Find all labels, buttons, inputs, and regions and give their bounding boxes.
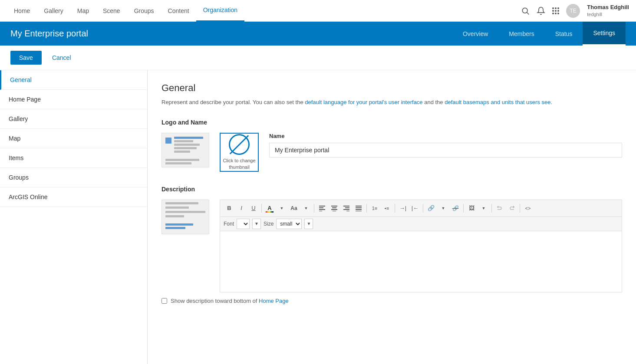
sep3 (366, 204, 367, 213)
top-nav: Home Gallery Map Scene Groups Content Or… (0, 0, 636, 22)
sep5 (423, 204, 423, 213)
thumbnail-text: Click to change thumbnail (221, 157, 258, 170)
tab-members[interactable]: Members (498, 22, 544, 46)
user-info: Thomas Edghill tedghill (587, 4, 629, 17)
toolbar-fontsize-dropdown[interactable]: ▼ (300, 203, 312, 214)
desc-preview (161, 200, 209, 234)
nav-map[interactable]: Map (70, 0, 96, 22)
apps-grid-icon[interactable] (552, 7, 559, 14)
tab-settings[interactable]: Settings (583, 22, 626, 46)
toolbar-align-right[interactable] (341, 203, 352, 214)
sidebar: General Home Page Gallery Map Items Grou… (0, 70, 148, 364)
toolbar-underline[interactable]: U (248, 203, 259, 214)
svg-rect-3 (319, 207, 323, 208)
logo-name-row: Click to change thumbnail Name (161, 133, 622, 172)
svg-rect-6 (331, 206, 337, 207)
font-dropdown-btn[interactable]: ▼ (252, 219, 261, 229)
sidebar-item-items[interactable]: Items (0, 148, 147, 168)
svg-rect-5 (319, 211, 322, 211)
toolbar-bold[interactable]: B (224, 203, 235, 214)
toolbar-align-justify[interactable] (353, 203, 364, 214)
nav-groups[interactable]: Groups (127, 0, 161, 22)
toolbar-unordered-list[interactable]: •≡ (381, 203, 392, 214)
svg-rect-17 (356, 211, 362, 211)
nav-gallery[interactable]: Gallery (37, 0, 70, 22)
svg-rect-16 (356, 209, 362, 210)
toolbar-undo[interactable] (494, 203, 505, 214)
name-section: Name (269, 133, 622, 157)
toolbar-redo[interactable] (506, 203, 517, 214)
toolbar-image-dropdown[interactable]: ▼ (478, 203, 489, 214)
toolbar-outdent[interactable]: |← (409, 203, 421, 214)
toolbar-italic[interactable]: I (236, 203, 247, 214)
nav-scene[interactable]: Scene (96, 0, 127, 22)
tab-overview[interactable]: Overview (452, 22, 498, 46)
sidebar-item-homepage[interactable]: Home Page (0, 90, 147, 109)
show-desc-label[interactable]: Show description toward bottom of Home P… (171, 298, 289, 304)
editor-toolbar: B I U A ▼ Aa ▼ (220, 200, 622, 217)
banner: My Enterprise portal Overview Members St… (0, 22, 636, 46)
description-title: Description (161, 186, 622, 193)
svg-rect-8 (331, 209, 337, 210)
home-page-link[interactable]: Home Page (259, 298, 289, 304)
rich-text-editor: B I U A ▼ Aa ▼ (220, 200, 622, 292)
toolbar-ordered-list[interactable]: 1≡ (369, 203, 380, 214)
svg-rect-10 (343, 206, 349, 207)
sep7 (491, 204, 492, 213)
user-sub: tedghill (587, 11, 629, 17)
cancel-button[interactable]: Cancel (47, 51, 76, 65)
editor-body[interactable] (220, 231, 622, 292)
size-select[interactable]: small (276, 219, 302, 229)
size-dropdown-btn[interactable]: ▼ (304, 219, 313, 229)
svg-rect-13 (346, 211, 349, 211)
tab-status[interactable]: Status (545, 22, 583, 46)
sidebar-item-groups[interactable]: Groups (0, 168, 147, 187)
avatar[interactable]: TE (566, 4, 580, 18)
svg-rect-9 (333, 211, 336, 211)
font-select[interactable] (237, 219, 250, 229)
name-input[interactable] (269, 143, 622, 157)
notification-icon[interactable] (537, 7, 545, 15)
nav-home[interactable]: Home (7, 0, 37, 22)
thumbnail-upload[interactable]: Click to change thumbnail (220, 133, 259, 172)
sep1 (261, 204, 262, 213)
action-bar: Save Cancel (0, 46, 636, 70)
user-name: Thomas Edghill (587, 4, 629, 11)
toolbar-font-color[interactable]: A (264, 203, 275, 214)
toolbar-source[interactable]: <> (522, 203, 534, 214)
toolbar-link-dropdown[interactable]: ▼ (438, 203, 449, 214)
sidebar-item-arcgisonline[interactable]: ArcGIS Online (0, 187, 147, 207)
svg-rect-2 (319, 206, 325, 207)
svg-line-1 (527, 12, 529, 14)
svg-rect-15 (356, 207, 362, 208)
show-desc-row: Show description toward bottom of Home P… (161, 298, 622, 304)
svg-point-0 (523, 8, 528, 13)
toolbar-align-center[interactable] (329, 203, 340, 214)
sep2 (314, 204, 314, 213)
nav-right: TE Thomas Edghill tedghill (521, 4, 629, 18)
sidebar-item-general[interactable]: General (0, 70, 147, 90)
main-layout: General Home Page Gallery Map Items Grou… (0, 70, 636, 364)
sidebar-item-map[interactable]: Map (0, 129, 147, 148)
svg-rect-14 (356, 206, 362, 207)
search-icon[interactable] (521, 7, 530, 15)
show-desc-checkbox[interactable] (161, 298, 167, 304)
svg-rect-11 (345, 207, 349, 208)
svg-rect-4 (319, 209, 325, 210)
banner-title: My Enterprise portal (10, 29, 88, 39)
toolbar-link[interactable]: 🔗 (425, 203, 437, 214)
toolbar-image[interactable]: 🖼 (466, 203, 477, 214)
toolbar-font-size[interactable]: Aa (288, 203, 300, 214)
toolbar-indent[interactable]: →| (397, 203, 409, 214)
toolbar-unlink[interactable]: 🔗 (450, 203, 461, 214)
toolbar-second-row: Font ▼ Size small ▼ (220, 217, 622, 231)
nav-content[interactable]: Content (161, 0, 196, 22)
no-icon (229, 134, 250, 155)
toolbar-color-dropdown[interactable]: ▼ (276, 203, 287, 214)
toolbar-align-left[interactable] (316, 203, 328, 214)
nav-organization[interactable]: Organization (196, 0, 244, 22)
name-label: Name (269, 133, 622, 139)
banner-tabs: Overview Members Status Settings (452, 22, 626, 46)
sidebar-item-gallery[interactable]: Gallery (0, 109, 147, 129)
save-button[interactable]: Save (10, 51, 42, 65)
